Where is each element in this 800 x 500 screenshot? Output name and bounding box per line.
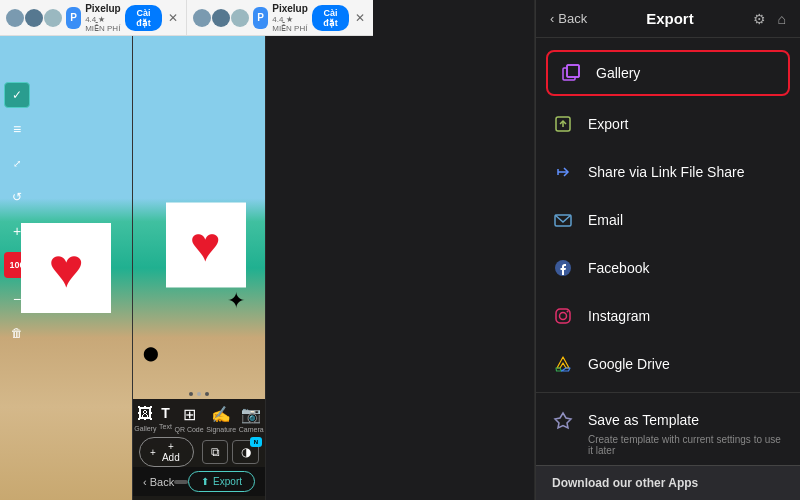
export-menu: Gallery Export Share via L	[536, 38, 800, 465]
close-icon-2[interactable]: ✕	[353, 11, 367, 25]
heart-image-left: ♥	[21, 223, 111, 313]
check-tool[interactable]: ✓	[4, 82, 30, 108]
facebook-label: Facebook	[588, 260, 649, 276]
mask-button[interactable]: ◑ N	[232, 440, 259, 464]
close-icon[interactable]: ✕	[166, 11, 180, 25]
banner-avatars-2	[193, 9, 249, 27]
divider	[536, 392, 800, 393]
signature-icon: ✍	[211, 405, 231, 424]
heart-icon-right: ♥	[190, 221, 221, 269]
save-template-icon	[552, 409, 574, 431]
menu-item-export[interactable]: Export	[536, 100, 800, 148]
save-template-label: Save as Template	[588, 412, 699, 428]
phone-screen-right: ✦ ⬤ ♥ 🖼 Gallery T	[133, 36, 265, 500]
gallery-label: Gallery	[596, 65, 640, 81]
signature-tool[interactable]: ✍ Signature	[206, 405, 236, 433]
svg-marker-15	[555, 413, 571, 428]
menu-tool[interactable]: ≡	[4, 116, 30, 142]
menu-item-save-template[interactable]: Save as Template Create template with cu…	[536, 397, 800, 465]
dot-1	[189, 392, 193, 396]
plus-icon: +	[150, 447, 156, 458]
camera-tool[interactable]: 📷 Camera	[239, 405, 264, 433]
email-menu-icon	[552, 209, 574, 231]
back-button[interactable]: ‹ Back	[143, 476, 174, 488]
upload-icon: ⬆	[201, 476, 209, 487]
gallery-icon: 🖼	[137, 405, 153, 423]
svg-point-10	[560, 313, 567, 320]
dot-2	[197, 392, 201, 396]
text-icon: T	[161, 405, 170, 421]
heart-icon-left: ♥	[48, 241, 84, 296]
resize-tool[interactable]: ⤢	[4, 150, 30, 176]
share-menu-icon	[552, 161, 574, 183]
phone-screen-left: ✓ ≡ ⤢ ↺ + 100 − 🗑 ♥	[0, 36, 132, 500]
banner-info-2: Pixelup 4.4 ★ MIỄN PHÍ	[272, 3, 308, 33]
svg-point-11	[567, 311, 569, 313]
install-button[interactable]: Cài đặt	[125, 5, 162, 31]
export-panel: ‹ Back Export ⚙ ⌂ Gallery	[535, 0, 800, 500]
header-icons: ⚙ ⌂	[753, 11, 786, 27]
mask-badge: N	[250, 437, 262, 447]
qrcode-tool[interactable]: ⊞ QR Code	[174, 405, 203, 433]
left-panel: P Pixelup 4.4 ★ MIỄN PHÍ Cài đặt ✕ P Pix…	[0, 0, 265, 500]
menu-item-instagram[interactable]: Instagram	[536, 292, 800, 340]
email-label: Email	[588, 212, 623, 228]
export-nav-button[interactable]: ⬆ Export	[188, 471, 255, 492]
home-icon[interactable]: ⌂	[778, 11, 786, 27]
chevron-left-icon: ‹	[143, 476, 147, 488]
menu-item-share[interactable]: Share via Link File Share	[536, 148, 800, 196]
install-button-2[interactable]: Cài đặt	[312, 5, 349, 31]
svg-marker-12	[557, 357, 569, 368]
svg-rect-1	[567, 65, 579, 77]
svg-marker-13	[556, 368, 562, 371]
tools-row: 🖼 Gallery T Text ⊞ QR Code ✍ Signature	[133, 405, 265, 433]
bottom-nav: ‹ Back ⬆ Export	[133, 467, 265, 496]
delete-tool[interactable]: 🗑	[4, 320, 30, 346]
text-tool[interactable]: T Text	[159, 405, 172, 433]
menu-item-facebook[interactable]: Facebook	[536, 244, 800, 292]
settings-icon[interactable]: ⚙	[753, 11, 766, 27]
gallery-menu-icon	[560, 62, 582, 84]
download-apps-banner[interactable]: Download our other Apps	[536, 465, 800, 500]
bottom-actions: + + Add ⧉ ◑ N	[133, 437, 265, 467]
gdrive-label: Google Drive	[588, 356, 670, 372]
phones-row: ✓ ≡ ⤢ ↺ + 100 − 🗑 ♥ ✦ ⬤ ♥	[0, 36, 265, 500]
menu-item-gallery[interactable]: Gallery	[546, 50, 790, 96]
banner-info: Pixelup 4.4 ★ MIỄN PHÍ	[85, 3, 121, 33]
menu-item-email[interactable]: Email	[536, 196, 800, 244]
bottom-toolbar: 🖼 Gallery T Text ⊞ QR Code ✍ Signature	[133, 399, 265, 500]
download-apps-title: Download our other Apps	[552, 476, 784, 490]
banner-avatars	[6, 9, 62, 27]
svg-marker-14	[562, 368, 571, 371]
starfish-decoration: ✦	[227, 288, 245, 314]
app-logo-2: P	[253, 7, 268, 29]
save-template-description: Create template with current settings to…	[552, 434, 784, 456]
export-header: ‹ Back Export ⚙ ⌂	[536, 0, 800, 38]
app-logo: P	[66, 7, 81, 29]
menu-item-gdrive[interactable]: Google Drive	[536, 340, 800, 388]
gdrive-menu-icon	[552, 353, 574, 375]
export-menu-icon	[552, 113, 574, 135]
heart-image-right: ♥	[166, 202, 246, 287]
save-template-row: Save as Template	[552, 409, 784, 431]
instagram-menu-icon	[552, 305, 574, 327]
qrcode-icon: ⊞	[183, 405, 196, 424]
shells-decoration: ⬤	[143, 345, 159, 361]
gallery-tool[interactable]: 🖼 Gallery	[134, 405, 156, 433]
add-button[interactable]: + + Add	[139, 437, 194, 467]
layers-button[interactable]: ⧉	[202, 440, 229, 464]
header-back-button[interactable]: ‹ Back	[550, 11, 587, 26]
drag-handle	[174, 480, 188, 484]
rotate-tool[interactable]: ↺	[4, 184, 30, 210]
share-label: Share via Link File Share	[588, 164, 744, 180]
instagram-label: Instagram	[588, 308, 650, 324]
dot-3	[205, 392, 209, 396]
chevron-left-icon: ‹	[550, 11, 554, 26]
export-title: Export	[646, 10, 694, 27]
facebook-menu-icon	[552, 257, 574, 279]
export-label: Export	[588, 116, 628, 132]
middle-spacer	[265, 0, 535, 500]
camera-icon: 📷	[241, 405, 261, 424]
